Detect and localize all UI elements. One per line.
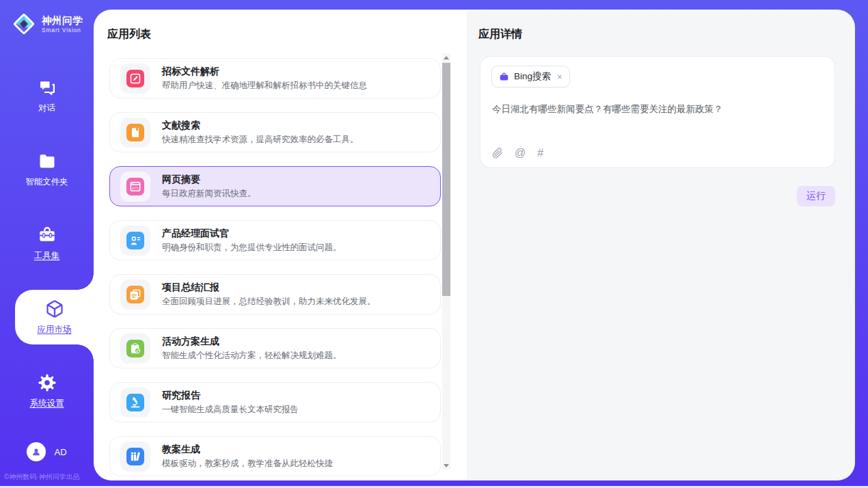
app-description: 明确身份和职责，为您提供专业性的面试问题。 [162,242,342,254]
clipboard-check-icon [126,340,144,357]
sidebar-item-label: 系统设置 [30,398,64,409]
hash-icon[interactable]: # [537,148,543,159]
folder-icon [38,152,57,171]
app-card-project-summary[interactable]: 项目总结汇报 全面回顾项目进展，总结经验教训，助力未来优化发展。 [109,274,441,314]
app-icon-tile [120,118,150,148]
gear-icon [38,373,57,392]
app-card-webpage-summary[interactable]: </> 网页摘要 每日政府新闻资讯快查。 [109,166,441,206]
briefcase-icon [499,72,509,82]
sidebar-item-label: 工具集 [34,250,60,262]
app-card-list: 招标文件解析 帮助用户快速、准确地理解和解析招标书中的关键信息 文献搜索 快速精… [109,58,441,480]
user-initials: AD [54,447,66,457]
user-row[interactable]: AD [0,442,94,461]
app-icon-tile [120,64,150,94]
scroll-up-arrow-icon[interactable] [442,53,450,62]
edit-document-icon [126,70,144,87]
app-list-panel: 应用列表 招标文件解析 帮助用户快速、准确地理解和解析招标书中的关键信息 文献搜… [94,10,467,480]
app-icon-tile [120,334,150,364]
run-button[interactable]: 运行 [797,186,835,206]
app-name: 网页摘要 [162,174,256,185]
sidebar-item-smart-folders[interactable]: 智能文件夹 [0,142,94,197]
app-card-event-plan[interactable]: 活动方案生成 智能生成个性化活动方案，轻松解决规划难题。 [109,328,441,368]
svg-text:</>: </> [132,185,139,189]
scrollbar[interactable] [442,53,450,470]
tool-chip-bing-search[interactable]: Bing搜索 × [491,66,570,87]
query-text[interactable]: 今日湖北有哪些新闻要点？有哪些需要关注的最新政策？ [492,103,824,116]
app-list-title: 应用列表 [107,27,151,42]
brand-name: 神州问学 [42,15,83,27]
app-card-tender-parse[interactable]: 招标文件解析 帮助用户快速、准确地理解和解析招标书中的关键信息 [109,58,441,98]
app-description: 全面回顾项目进展，总结经验教训，助力未来优化发展。 [162,296,376,308]
app-detail-panel: 应用详情 Bing搜索 × 今日湖北有哪些新闻要点？有哪些需要关注的最新政策？ … [467,10,855,480]
paperclip-icon[interactable] [492,148,503,159]
sidebar-nav: 对话 智能文件夹 工具集 应用市场 系统设置 [0,68,94,437]
brand-logo-icon [11,11,37,37]
toolbox-icon [38,226,57,245]
at-icon[interactable]: @ [515,148,526,159]
app-icon-tile [120,226,150,256]
chat-icon [38,78,57,97]
app-icon-tile [120,388,150,418]
app-name: 项目总结汇报 [162,282,376,293]
main-panel: 应用列表 招标文件解析 帮助用户快速、准确地理解和解析招标书中的关键信息 文献搜… [94,10,855,480]
brand-subtitle: Smart Vision [42,27,83,33]
notes-icon [126,286,144,303]
sidebar-item-toolset[interactable]: 工具集 [0,216,94,271]
app-detail-title: 应用详情 [478,27,522,42]
app-card-lesson-plan[interactable]: 教案生成 模板驱动，教案秒成，教学准备从此轻松快捷 [109,436,441,476]
app-name: 文献搜索 [162,120,359,131]
book-icon [126,124,144,141]
sidebar-item-label: 智能文件夹 [25,176,68,188]
chip-close-icon[interactable]: × [557,72,562,81]
scrollbar-thumb[interactable] [442,63,450,296]
sidebar-item-label: 对话 [38,103,55,114]
sidebar-item-chat[interactable]: 对话 [0,68,94,123]
app-icon-tile [120,442,150,472]
app-description: 模板驱动，教案秒成，教学准备从此轻松快捷 [162,458,333,470]
app-icon-tile: </> [120,172,150,202]
user-avatar-icon [27,442,46,461]
app-description: 快速精准查找学术资源，提高研究效率的必备工具。 [162,134,359,146]
copyright-footer: ©神州数码·神州问学出品 [4,472,80,482]
attachment-toolbar: @# [492,148,543,159]
query-input-card[interactable]: Bing搜索 × 今日湖北有哪些新闻要点？有哪些需要关注的最新政策？ @# [480,56,835,168]
sidebar-item-app-market[interactable]: 应用市场 [15,290,94,344]
app-icon-tile [120,280,150,310]
interviewer-icon [126,232,144,249]
books-icon [126,448,144,465]
webpage-icon: </> [126,178,144,195]
sidebar: 神州问学 Smart Vision 对话 智能文件夹 工具集 应用市场 系统设置… [0,0,94,486]
app-name: 教案生成 [162,444,333,455]
tool-chip-label: Bing搜索 [514,70,551,83]
app-description: 智能生成个性化活动方案，轻松解决规划难题。 [162,350,342,362]
app-description: 每日政府新闻资讯快查。 [162,188,256,200]
sidebar-item-label: 应用市场 [38,324,72,336]
app-card-pm-interviewer[interactable]: 产品经理面试官 明确身份和职责，为您提供专业性的面试问题。 [109,220,441,260]
cube-icon [45,299,64,318]
sidebar-item-settings[interactable]: 系统设置 [0,364,94,418]
brand: 神州问学 Smart Vision [0,0,94,37]
app-description: 一键智能生成高质量长文本研究报告 [162,404,299,416]
app-name: 招标文件解析 [162,66,367,77]
microscope-icon [126,394,144,411]
app-name: 研究报告 [162,390,299,401]
app-description: 帮助用户快速、准确地理解和解析招标书中的关键信息 [162,80,367,92]
app-card-research-report[interactable]: 研究报告 一键智能生成高质量长文本研究报告 [109,382,441,422]
app-card-literature-search[interactable]: 文献搜索 快速精准查找学术资源，提高研究效率的必备工具。 [109,112,441,152]
app-name: 产品经理面试官 [162,228,342,239]
scroll-down-arrow-icon[interactable] [442,461,450,470]
app-name: 活动方案生成 [162,336,342,347]
